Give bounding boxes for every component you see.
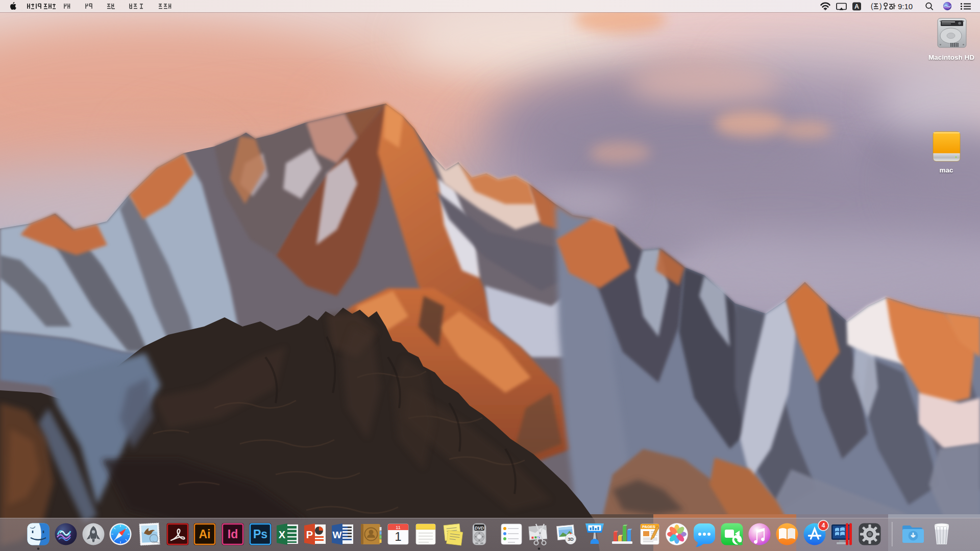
svg-text:11: 11 <box>396 525 400 530</box>
svg-text:Id: Id <box>228 528 238 541</box>
svg-text:Ai: Ai <box>199 528 211 541</box>
svg-text:3D: 3D <box>568 537 574 542</box>
svg-text:P: P <box>306 529 313 540</box>
svg-text:X: X <box>279 529 286 540</box>
svg-text:W: W <box>333 530 342 540</box>
svg-text:PAGES: PAGES <box>642 524 655 529</box>
svg-text:4: 4 <box>822 522 825 529</box>
svg-text:DVD: DVD <box>475 525 484 531</box>
svg-text:1: 1 <box>395 530 401 543</box>
svg-text:Ps: Ps <box>253 528 267 541</box>
